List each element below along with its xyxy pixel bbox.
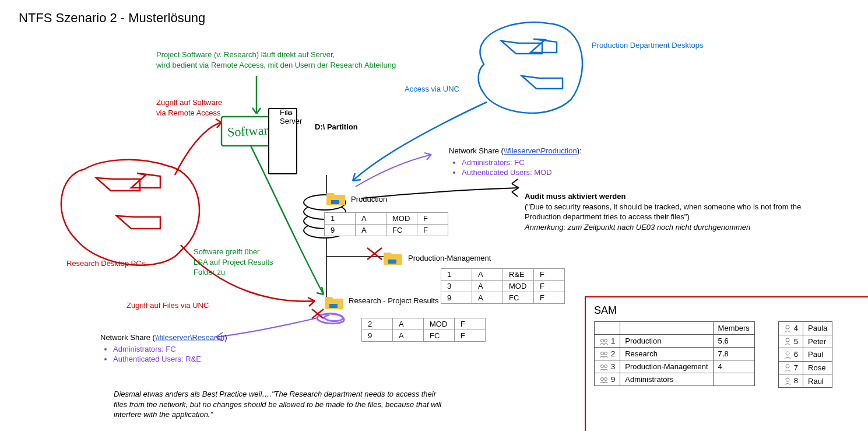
svg-point-23: [605, 377, 607, 380]
svg-point-20: [601, 365, 604, 367]
software-lsa-label: Software greift über LSA auf Project Res…: [194, 247, 273, 278]
perm-table-research: 2AMODF9AFCF: [361, 318, 486, 342]
svg-point-21: [605, 365, 607, 367]
caption-project-software: Project Software (v. Research) läuft dir…: [156, 50, 396, 70]
svg-point-25: [786, 338, 789, 342]
partition-label: D:\ Partition: [315, 122, 358, 131]
folder-icon: [382, 249, 403, 267]
folder-icon: [324, 293, 345, 311]
share-perm: Authenticated Users: MOD: [462, 167, 600, 178]
access-unc-label: Access via UNC: [405, 85, 459, 93]
perm-table-production: 1AMODF9AFCF: [324, 212, 448, 236]
sam-title: SAM: [594, 304, 862, 317]
folder-research-label: Research - Project Results: [349, 296, 439, 305]
svg-rect-13: [331, 200, 339, 204]
share-production: Network Share (\\fileserver\Production):…: [449, 146, 600, 178]
svg-point-26: [786, 352, 789, 355]
audit-note: Audit muss aktiviert werden ("Due to sec…: [525, 191, 839, 232]
unc-link-production[interactable]: \\fileserver\Production: [504, 146, 577, 155]
svg-point-19: [605, 352, 607, 355]
share-perm: Administrators: FC: [462, 157, 600, 168]
share-research: Network Share (\\fileserver\Research) Ad…: [100, 332, 252, 365]
folder-icon: [325, 190, 346, 207]
svg-point-28: [786, 378, 789, 381]
sam-box: SAM Members 1Production5,62Research7,83P…: [585, 296, 868, 431]
share-perm: Administrators: FC: [113, 344, 252, 355]
svg-point-16: [601, 339, 604, 342]
svg-rect-14: [388, 260, 396, 264]
sam-groups-table: Members 1Production5,62Research7,83Produ…: [594, 321, 755, 386]
perm-table-prodmgmt: 1AR&EF3AMODF9AFCF: [441, 268, 565, 304]
bestpractice-note: Diesmal etwas anders als Best Practice w…: [114, 389, 443, 420]
files-unc-label: Zugriff auf Files via UNC: [126, 301, 209, 310]
unc-link-research[interactable]: \\fileserver\Research: [155, 333, 224, 342]
svg-point-27: [786, 365, 789, 368]
research-pcs-label: Research Desktop PCs: [66, 259, 145, 268]
sam-users-table: 4Paula5Peter6Paul7Rose8Raul: [778, 321, 832, 388]
share-perm: Authenticated Users: R&E: [113, 354, 252, 365]
svg-point-22: [601, 377, 604, 380]
folder-prodmgmt-label: Production-Management: [408, 254, 491, 262]
caption-remote-access: Zugriff auf Software via Remote Access: [156, 97, 222, 118]
file-server-label: File Server: [280, 108, 302, 125]
svg-rect-15: [329, 304, 338, 308]
folder-production-label: Production: [351, 195, 387, 204]
svg-point-24: [786, 325, 789, 329]
software-box-label: Software: [227, 122, 274, 140]
svg-point-18: [601, 352, 604, 355]
prod-desktops-label: Production Department Desktops: [592, 41, 703, 50]
svg-point-17: [605, 339, 607, 342]
